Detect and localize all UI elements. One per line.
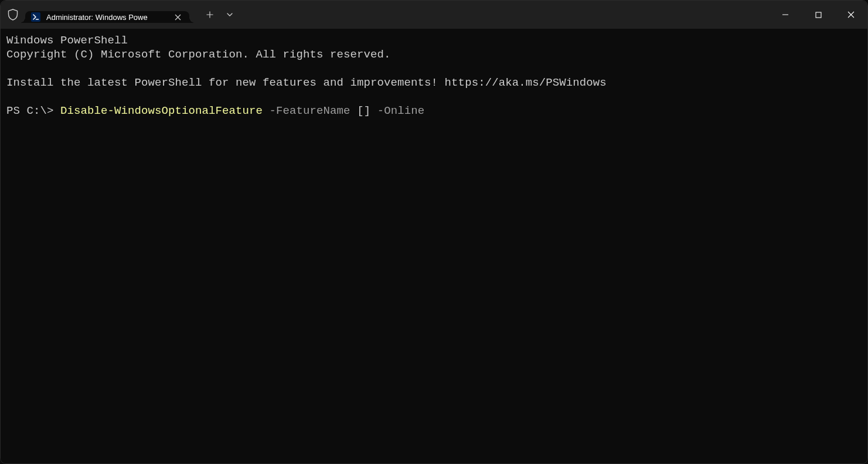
tab-powershell[interactable]: Administrator: Windows Powe xyxy=(25,11,189,23)
output-line: Windows PowerShell xyxy=(6,34,128,47)
output-line: Copyright (C) Microsoft Corporation. All… xyxy=(6,48,391,61)
window-controls xyxy=(769,1,867,29)
output-line: Install the latest PowerShell for new fe… xyxy=(6,76,607,89)
svg-rect-6 xyxy=(816,12,821,18)
space xyxy=(370,104,377,117)
terminal-output[interactable]: Windows PowerShell Copyright (C) Microso… xyxy=(1,29,867,463)
space xyxy=(263,104,270,117)
parameter-token: -Online xyxy=(377,104,425,117)
tab-title: Administrator: Windows Powe xyxy=(46,13,168,22)
minimize-button[interactable] xyxy=(769,1,802,29)
argument-token: [] xyxy=(357,104,370,117)
shield-icon xyxy=(8,9,18,21)
tab-dropdown-button[interactable] xyxy=(220,3,240,26)
prompt: PS C:\> xyxy=(6,104,60,117)
titlebar-left: Administrator: Windows Powe xyxy=(1,1,189,29)
parameter-token: -FeatureName xyxy=(270,104,350,117)
tab-close-button[interactable] xyxy=(172,11,183,23)
command-token: Disable-WindowsOptionalFeature xyxy=(60,104,263,117)
maximize-button[interactable] xyxy=(802,1,835,29)
powershell-icon xyxy=(31,12,40,22)
close-button[interactable] xyxy=(835,1,867,29)
titlebar: Administrator: Windows Powe xyxy=(1,1,867,29)
new-tab-button[interactable] xyxy=(200,3,220,26)
space xyxy=(350,104,358,117)
titlebar-actions xyxy=(189,1,240,29)
titlebar-drag-region[interactable] xyxy=(240,1,769,29)
